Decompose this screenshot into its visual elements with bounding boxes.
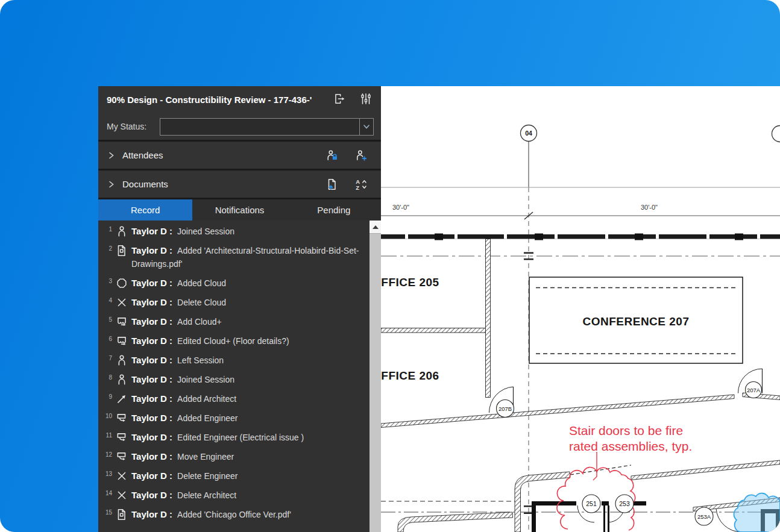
callout-icon bbox=[116, 451, 128, 463]
record-user: Taylor D : bbox=[131, 413, 172, 423]
record-user: Taylor D : bbox=[131, 374, 172, 384]
record-number: 11 bbox=[102, 431, 112, 440]
my-status-field bbox=[160, 118, 374, 136]
app-window: 90% Design - Constructibility Review - 1… bbox=[0, 0, 780, 532]
add-attendee-icon[interactable] bbox=[354, 149, 368, 161]
attendee-permissions-icon[interactable] bbox=[326, 149, 339, 161]
documents-section-header[interactable]: Documents bbox=[98, 169, 381, 198]
record-action: Delete Engineer bbox=[177, 471, 237, 481]
door-tag-207b: 207B bbox=[499, 405, 512, 412]
dimension-left: 30'-0" bbox=[392, 204, 409, 211]
record-number: 9 bbox=[102, 392, 112, 401]
record-number: 4 bbox=[102, 296, 112, 305]
door-tag-253: 253 bbox=[619, 500, 630, 507]
callout-icon bbox=[116, 412, 128, 424]
my-status-dropdown-button[interactable] bbox=[359, 119, 373, 135]
scrollbar-thumb[interactable] bbox=[370, 233, 381, 532]
tab-record[interactable]: Record bbox=[98, 199, 192, 221]
chevron-down-icon bbox=[363, 123, 370, 130]
record-list: 1 Taylor D :Joined Session 2 Taylor D :A… bbox=[98, 222, 370, 532]
door-tag-207a: 207A bbox=[747, 387, 761, 393]
grid-bubble-partial bbox=[772, 126, 780, 142]
blue-markup-cloud[interactable] bbox=[734, 493, 780, 532]
delete-icon bbox=[116, 489, 128, 501]
room-label-office-206: OFFICE 206 bbox=[381, 369, 439, 382]
record-number: 6 bbox=[102, 334, 112, 343]
corridor-wall bbox=[381, 395, 734, 428]
my-status-input[interactable] bbox=[160, 119, 359, 135]
scroll-up-icon bbox=[373, 225, 379, 229]
exterior-wall bbox=[381, 234, 780, 240]
record-action: Added Architect bbox=[177, 394, 236, 404]
record-user: Taylor D : bbox=[131, 316, 172, 327]
record-row[interactable]: 15 Taylor D :Added 'Chicago Office Ver.p… bbox=[102, 505, 370, 524]
record-row[interactable]: 10 Taylor D :Added Engineer bbox=[102, 408, 370, 428]
dimension-right: 30'-0" bbox=[641, 204, 658, 211]
attendees-section-header[interactable]: Attendees bbox=[98, 140, 381, 169]
cloudplus-icon bbox=[116, 335, 128, 347]
record-row[interactable]: 2 Taylor D :Added 'Architectural-Structu… bbox=[102, 241, 370, 274]
leave-session-icon[interactable] bbox=[333, 92, 346, 108]
record-row[interactable]: 7 Taylor D :Left Session bbox=[102, 351, 370, 370]
person-icon bbox=[116, 374, 128, 386]
documents-label: Documents bbox=[122, 179, 310, 189]
session-title: 90% Design - Constructibility Review - 1… bbox=[107, 95, 319, 105]
tab-notifications[interactable]: Notifications bbox=[192, 199, 286, 221]
record-row[interactable]: 11 Taylor D :Edited Engineer (Electrical… bbox=[102, 428, 370, 447]
record-number: 12 bbox=[102, 450, 112, 459]
record-action: Move Engineer bbox=[177, 452, 234, 462]
sort-documents-icon[interactable] bbox=[354, 178, 368, 190]
record-user: Taylor D : bbox=[131, 336, 172, 346]
drawing-canvas[interactable]: 04 30'-0" 30'-0" bbox=[381, 86, 780, 532]
record-row[interactable]: 12 Taylor D :Move Engineer bbox=[102, 447, 370, 466]
record-user: Taylor D : bbox=[131, 451, 172, 462]
record-row[interactable]: 8 Taylor D :Joined Session bbox=[102, 370, 370, 389]
record-row[interactable]: 1 Taylor D :Joined Session bbox=[102, 222, 370, 241]
record-user: Taylor D : bbox=[131, 355, 172, 365]
red-markup-leader bbox=[593, 452, 597, 480]
record-row[interactable]: 4 Taylor D :Delete Cloud bbox=[102, 293, 370, 312]
add-document-icon[interactable] bbox=[326, 178, 339, 190]
my-status-label: My Status: bbox=[107, 122, 160, 131]
record-action: Added 'Chicago Office Ver.pdf' bbox=[177, 510, 291, 519]
record-number: 7 bbox=[102, 354, 112, 363]
document-icon bbox=[116, 245, 128, 257]
record-scrollbar[interactable] bbox=[370, 221, 381, 532]
red-markup-text[interactable]: Stair doors to be fire rated assemblies,… bbox=[569, 424, 692, 453]
record-row[interactable]: 13 Taylor D :Delete Engineer bbox=[102, 466, 370, 486]
record-user: Taylor D : bbox=[131, 226, 172, 236]
delete-icon bbox=[116, 296, 128, 308]
scroll-up-button[interactable] bbox=[370, 221, 381, 233]
chevron-right-icon bbox=[108, 152, 115, 159]
record-user: Taylor D : bbox=[131, 490, 172, 500]
cloudplus-icon bbox=[116, 316, 128, 328]
annotation-line1: Stair doors to be fire bbox=[569, 424, 683, 437]
record-user: Taylor D : bbox=[131, 393, 172, 404]
interior-wall-horizontal bbox=[381, 328, 486, 333]
record-number: 14 bbox=[102, 489, 112, 498]
record-row[interactable]: 5 Taylor D :Add Cloud+ bbox=[102, 312, 370, 331]
record-list-container: 1 Taylor D :Joined Session 2 Taylor D :A… bbox=[98, 221, 381, 532]
record-user: Taylor D : bbox=[131, 278, 172, 288]
record-user: Taylor D : bbox=[131, 432, 172, 442]
tab-pending[interactable]: Pending bbox=[287, 199, 381, 221]
record-action: Left Session bbox=[177, 355, 224, 365]
session-titlebar: 90% Design - Constructibility Review - 1… bbox=[98, 86, 381, 113]
room-label-conference-207: CONFERENCE 207 bbox=[583, 315, 690, 328]
record-number: 5 bbox=[102, 315, 112, 324]
record-number: 13 bbox=[102, 469, 112, 478]
record-row[interactable]: 14 Taylor D :Delete Architect bbox=[102, 486, 370, 505]
record-action: Edited Cloud+ (Floor details?) bbox=[177, 336, 289, 346]
record-action: Delete Architect bbox=[177, 490, 236, 500]
record-action: Add Cloud+ bbox=[177, 317, 222, 327]
session-settings-icon[interactable] bbox=[359, 92, 373, 108]
record-row[interactable]: 6 Taylor D :Edited Cloud+ (Floor details… bbox=[102, 331, 370, 351]
record-number: 10 bbox=[102, 412, 112, 421]
person-icon bbox=[116, 354, 128, 366]
record-action: Added Cloud bbox=[177, 278, 226, 288]
record-action: Delete Cloud bbox=[177, 298, 226, 307]
record-number: 3 bbox=[102, 277, 112, 286]
record-row[interactable]: 9 Taylor D :Added Architect bbox=[102, 389, 370, 408]
door-tag-253a: 253A bbox=[697, 513, 711, 520]
record-row[interactable]: 3 Taylor D :Added Cloud bbox=[102, 274, 370, 293]
